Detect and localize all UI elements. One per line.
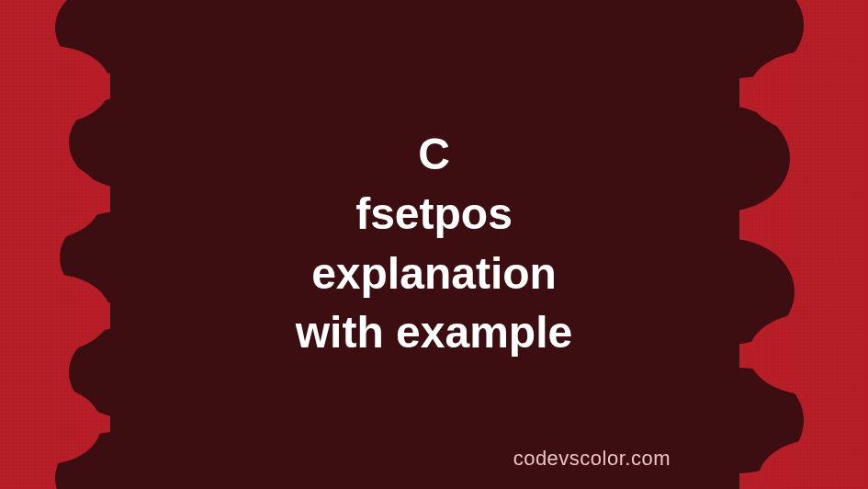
banner-container: C fsetpos explanation with example codev… xyxy=(0,0,868,489)
watermark-text: codevscolor.com xyxy=(513,447,671,471)
title-line-4: with example xyxy=(296,304,572,364)
banner-title: C fsetpos explanation with example xyxy=(296,125,572,363)
title-line-1: C xyxy=(296,125,572,185)
title-line-2: fsetpos xyxy=(296,185,572,244)
blob-shape xyxy=(758,182,868,265)
blob-shape xyxy=(749,313,868,395)
blob-shape xyxy=(749,51,868,133)
title-line-3: explanation xyxy=(296,244,572,304)
